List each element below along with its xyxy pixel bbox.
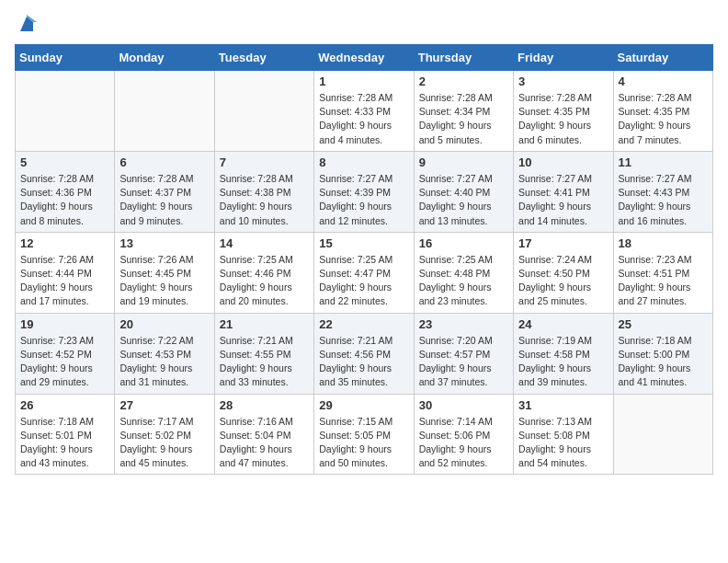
week-row-2: 5Sunrise: 7:28 AMSunset: 4:36 PMDaylight… [16, 151, 713, 232]
day-number: 29 [319, 398, 408, 412]
day-number: 26 [20, 398, 109, 412]
weekday-header-thursday: Thursday [414, 45, 513, 71]
day-number: 5 [20, 155, 109, 169]
day-info: Sunrise: 7:28 AMSunset: 4:35 PMDaylight:… [619, 91, 708, 147]
day-info: Sunrise: 7:21 AMSunset: 4:56 PMDaylight:… [319, 334, 408, 390]
day-cell-9: 9Sunrise: 7:27 AMSunset: 4:40 PMDaylight… [414, 151, 513, 232]
day-cell-6: 6Sunrise: 7:28 AMSunset: 4:37 PMDaylight… [115, 151, 214, 232]
week-row-3: 12Sunrise: 7:26 AMSunset: 4:44 PMDayligh… [16, 232, 713, 313]
day-info: Sunrise: 7:16 AMSunset: 5:04 PMDaylight:… [220, 415, 309, 471]
day-info: Sunrise: 7:28 AMSunset: 4:33 PMDaylight:… [319, 91, 408, 147]
day-info: Sunrise: 7:18 AMSunset: 5:01 PMDaylight:… [20, 415, 109, 471]
weekday-header-tuesday: Tuesday [214, 45, 313, 71]
day-cell-3: 3Sunrise: 7:28 AMSunset: 4:35 PMDaylight… [514, 71, 613, 152]
day-cell-28: 28Sunrise: 7:16 AMSunset: 5:04 PMDayligh… [214, 394, 313, 475]
day-cell-12: 12Sunrise: 7:26 AMSunset: 4:44 PMDayligh… [16, 232, 115, 313]
weekday-header-saturday: Saturday [613, 45, 712, 71]
logo [15, 15, 37, 35]
day-number: 18 [619, 236, 708, 250]
day-number: 22 [319, 317, 408, 331]
day-cell-13: 13Sunrise: 7:26 AMSunset: 4:45 PMDayligh… [115, 232, 214, 313]
day-number: 14 [220, 236, 309, 250]
day-info: Sunrise: 7:13 AMSunset: 5:08 PMDaylight:… [518, 415, 608, 471]
day-cell-24: 24Sunrise: 7:19 AMSunset: 4:58 PMDayligh… [514, 313, 613, 394]
day-cell-2: 2Sunrise: 7:28 AMSunset: 4:34 PMDaylight… [414, 71, 513, 152]
day-cell-29: 29Sunrise: 7:15 AMSunset: 5:05 PMDayligh… [314, 394, 414, 475]
day-cell-22: 22Sunrise: 7:21 AMSunset: 4:56 PMDayligh… [314, 313, 414, 394]
weekday-header-friday: Friday [514, 45, 613, 71]
day-info: Sunrise: 7:24 AMSunset: 4:50 PMDaylight:… [518, 253, 608, 309]
day-cell-30: 30Sunrise: 7:14 AMSunset: 5:06 PMDayligh… [414, 394, 513, 475]
day-cell-25: 25Sunrise: 7:18 AMSunset: 5:00 PMDayligh… [613, 313, 712, 394]
day-cell-14: 14Sunrise: 7:25 AMSunset: 4:46 PMDayligh… [214, 232, 313, 313]
day-info: Sunrise: 7:23 AMSunset: 4:51 PMDaylight:… [619, 253, 708, 309]
day-number: 9 [419, 155, 508, 169]
day-cell-8: 8Sunrise: 7:27 AMSunset: 4:39 PMDaylight… [314, 151, 414, 232]
day-cell-17: 17Sunrise: 7:24 AMSunset: 4:50 PMDayligh… [514, 232, 613, 313]
day-info: Sunrise: 7:18 AMSunset: 5:00 PMDaylight:… [619, 334, 708, 390]
day-number: 7 [220, 155, 309, 169]
day-info: Sunrise: 7:27 AMSunset: 4:43 PMDaylight:… [619, 172, 708, 228]
day-cell-11: 11Sunrise: 7:27 AMSunset: 4:43 PMDayligh… [613, 151, 712, 232]
header [15, 15, 713, 35]
day-info: Sunrise: 7:25 AMSunset: 4:46 PMDaylight:… [220, 253, 309, 309]
empty-cell [16, 71, 115, 152]
day-number: 30 [419, 398, 508, 412]
empty-cell [115, 71, 214, 152]
day-number: 3 [518, 75, 608, 88]
day-info: Sunrise: 7:25 AMSunset: 4:48 PMDaylight:… [419, 253, 508, 309]
day-info: Sunrise: 7:28 AMSunset: 4:38 PMDaylight:… [220, 172, 309, 228]
day-cell-21: 21Sunrise: 7:21 AMSunset: 4:55 PMDayligh… [214, 313, 313, 394]
day-number: 1 [319, 75, 408, 88]
day-info: Sunrise: 7:22 AMSunset: 4:53 PMDaylight:… [119, 334, 209, 390]
day-info: Sunrise: 7:28 AMSunset: 4:36 PMDaylight:… [20, 172, 109, 228]
weekday-header-sunday: Sunday [16, 45, 115, 71]
week-row-1: 1Sunrise: 7:28 AMSunset: 4:33 PMDaylight… [16, 71, 713, 152]
empty-cell [613, 394, 712, 475]
day-cell-10: 10Sunrise: 7:27 AMSunset: 4:41 PMDayligh… [514, 151, 613, 232]
day-number: 25 [619, 317, 708, 331]
day-number: 4 [619, 75, 708, 88]
day-number: 16 [419, 236, 508, 250]
day-cell-15: 15Sunrise: 7:25 AMSunset: 4:47 PMDayligh… [314, 232, 414, 313]
day-info: Sunrise: 7:19 AMSunset: 4:58 PMDaylight:… [518, 334, 608, 390]
empty-cell [214, 71, 313, 152]
day-number: 15 [319, 236, 408, 250]
day-number: 10 [518, 155, 608, 169]
day-number: 2 [419, 75, 508, 88]
day-info: Sunrise: 7:23 AMSunset: 4:52 PMDaylight:… [20, 334, 109, 390]
week-row-4: 19Sunrise: 7:23 AMSunset: 4:52 PMDayligh… [16, 313, 713, 394]
day-number: 13 [119, 236, 209, 250]
day-info: Sunrise: 7:28 AMSunset: 4:35 PMDaylight:… [518, 91, 608, 147]
day-number: 6 [119, 155, 209, 169]
day-number: 20 [119, 317, 209, 331]
day-number: 23 [419, 317, 508, 331]
calendar: SundayMondayTuesdayWednesdayThursdayFrid… [15, 44, 713, 475]
week-row-5: 26Sunrise: 7:18 AMSunset: 5:01 PMDayligh… [16, 394, 713, 475]
day-cell-4: 4Sunrise: 7:28 AMSunset: 4:35 PMDaylight… [613, 71, 712, 152]
day-info: Sunrise: 7:26 AMSunset: 4:45 PMDaylight:… [119, 253, 209, 309]
day-number: 12 [20, 236, 109, 250]
day-number: 19 [20, 317, 109, 331]
day-info: Sunrise: 7:21 AMSunset: 4:55 PMDaylight:… [220, 334, 309, 390]
day-info: Sunrise: 7:14 AMSunset: 5:06 PMDaylight:… [419, 415, 508, 471]
weekday-header-wednesday: Wednesday [314, 45, 414, 71]
day-info: Sunrise: 7:27 AMSunset: 4:41 PMDaylight:… [518, 172, 608, 228]
day-cell-7: 7Sunrise: 7:28 AMSunset: 4:38 PMDaylight… [214, 151, 313, 232]
day-info: Sunrise: 7:27 AMSunset: 4:39 PMDaylight:… [319, 172, 408, 228]
day-cell-31: 31Sunrise: 7:13 AMSunset: 5:08 PMDayligh… [514, 394, 613, 475]
day-cell-18: 18Sunrise: 7:23 AMSunset: 4:51 PMDayligh… [613, 232, 712, 313]
day-number: 8 [319, 155, 408, 169]
day-info: Sunrise: 7:27 AMSunset: 4:40 PMDaylight:… [419, 172, 508, 228]
day-cell-16: 16Sunrise: 7:25 AMSunset: 4:48 PMDayligh… [414, 232, 513, 313]
day-info: Sunrise: 7:25 AMSunset: 4:47 PMDaylight:… [319, 253, 408, 309]
day-info: Sunrise: 7:28 AMSunset: 4:34 PMDaylight:… [419, 91, 508, 147]
weekday-header-monday: Monday [115, 45, 214, 71]
day-cell-1: 1Sunrise: 7:28 AMSunset: 4:33 PMDaylight… [314, 71, 414, 152]
day-cell-19: 19Sunrise: 7:23 AMSunset: 4:52 PMDayligh… [16, 313, 115, 394]
day-number: 24 [518, 317, 608, 331]
day-cell-5: 5Sunrise: 7:28 AMSunset: 4:36 PMDaylight… [16, 151, 115, 232]
day-number: 11 [619, 155, 708, 169]
day-number: 31 [518, 398, 608, 412]
logo-icon [17, 15, 37, 35]
